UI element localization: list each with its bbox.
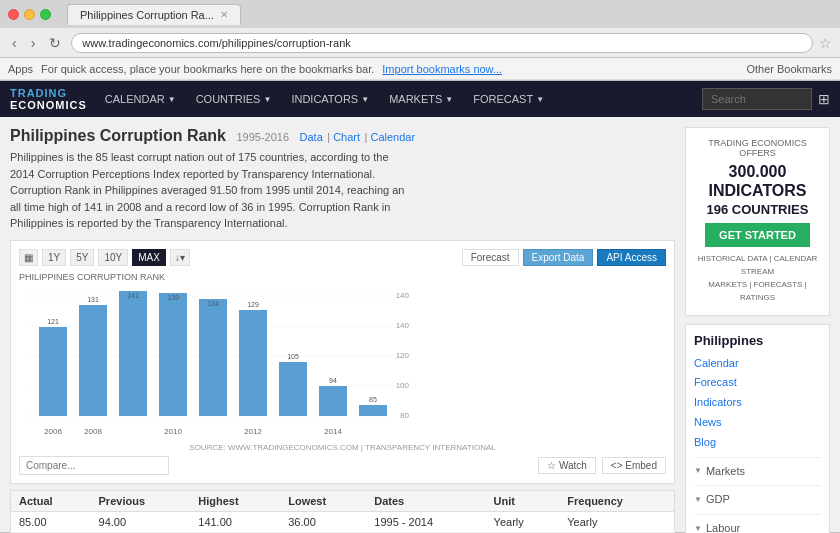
chevron-down-icon: ▼ bbox=[361, 95, 369, 104]
time-btn-max[interactable]: MAX bbox=[132, 249, 166, 266]
compare-input[interactable] bbox=[19, 456, 169, 475]
sidebar-section-markets[interactable]: Markets bbox=[694, 462, 821, 482]
time-btn-5y[interactable]: 5Y bbox=[70, 249, 94, 266]
get-started-button[interactable]: GET STARTED bbox=[705, 223, 810, 247]
bar-2007 bbox=[79, 305, 107, 416]
minimize-button[interactable] bbox=[24, 9, 35, 20]
sidebar-link-blog[interactable]: Blog bbox=[694, 433, 821, 453]
svg-text:131: 131 bbox=[87, 296, 99, 303]
divider bbox=[694, 514, 821, 515]
nav-items: CALENDAR ▼ COUNTRIES ▼ INDICATORS ▼ MARK… bbox=[95, 81, 554, 117]
embed-button[interactable]: <> Embed bbox=[602, 457, 666, 474]
chart-controls: ▦ 1Y 5Y 10Y MAX ↓▾ Forecast Export Data … bbox=[19, 249, 666, 266]
tab-bar: Philippines Corruption Ra... ✕ bbox=[67, 4, 241, 25]
chevron-down-icon: ▼ bbox=[263, 95, 271, 104]
logo-line1: TRADING bbox=[10, 87, 87, 99]
tab-close-icon[interactable]: ✕ bbox=[220, 9, 228, 20]
chart-link[interactable]: Chart bbox=[333, 131, 360, 143]
svg-text:85: 85 bbox=[369, 396, 377, 403]
nav-forecast[interactable]: FORECAST ▼ bbox=[463, 81, 554, 117]
bookmark-star-icon[interactable]: ☆ bbox=[819, 35, 832, 51]
sidebar-link-indicators[interactable]: Indicators bbox=[694, 393, 821, 413]
titlebar: Philippines Corruption Ra... ✕ bbox=[0, 0, 840, 28]
bookmarks-prompt: For quick access, place your bookmarks h… bbox=[41, 63, 374, 75]
nav-forecast-label: FORECAST bbox=[473, 93, 533, 105]
sidebar-section-labour[interactable]: Labour bbox=[694, 519, 821, 533]
chart-icon-btn[interactable]: ▦ bbox=[19, 249, 38, 266]
svg-text:129: 129 bbox=[247, 301, 259, 308]
svg-text:2006: 2006 bbox=[44, 427, 62, 436]
sidebar-link-news[interactable]: News bbox=[694, 413, 821, 433]
site-logo[interactable]: TRADING ECONOMICS bbox=[10, 87, 87, 111]
close-button[interactable] bbox=[8, 9, 19, 20]
promo-title: TRADING ECONOMICS OFFERS bbox=[694, 138, 821, 158]
page-years: 1995-2016 bbox=[236, 131, 289, 143]
sidebar-section-gdp[interactable]: GDP bbox=[694, 490, 821, 510]
promo-links: HISTORICAL DATA | CALENDAR STREAM MARKET… bbox=[694, 253, 821, 304]
svg-text:105: 105 bbox=[287, 353, 299, 360]
chevron-down-icon: ▼ bbox=[168, 95, 176, 104]
right-sidebar: TRADING ECONOMICS OFFERS 300.000 INDICAT… bbox=[685, 127, 830, 532]
divider bbox=[694, 485, 821, 486]
export-button[interactable]: Export Data bbox=[523, 249, 594, 266]
grid-icon[interactable]: ⊞ bbox=[818, 91, 830, 107]
forward-button[interactable]: › bbox=[27, 33, 40, 53]
back-button[interactable]: ‹ bbox=[8, 33, 21, 53]
active-tab[interactable]: Philippines Corruption Ra... ✕ bbox=[67, 4, 241, 25]
cell-actual: 85.00 bbox=[11, 511, 91, 532]
time-btn-10y[interactable]: 10Y bbox=[98, 249, 128, 266]
api-button[interactable]: API Access bbox=[597, 249, 666, 266]
watch-button[interactable]: ☆ Watch bbox=[538, 457, 596, 474]
apps-label: Apps bbox=[8, 63, 33, 75]
embed-icon: <> bbox=[611, 460, 623, 471]
nav-countries[interactable]: COUNTRIES ▼ bbox=[186, 81, 282, 117]
time-btn-1y[interactable]: 1Y bbox=[42, 249, 66, 266]
chart-actions: Forecast Export Data API Access bbox=[462, 249, 666, 266]
nav-markets-label: MARKETS bbox=[389, 93, 442, 105]
sidebar-link-forecast[interactable]: Forecast bbox=[694, 373, 821, 393]
bar-chart: 140 140 120 100 80 bbox=[19, 286, 409, 441]
col-highest: Highest bbox=[190, 490, 280, 511]
col-unit: Unit bbox=[486, 490, 560, 511]
watch-label: Watch bbox=[559, 460, 587, 471]
chart-title: PHILIPPINES CORRUPTION RANK bbox=[19, 272, 666, 282]
nav-indicators-label: INDICATORS bbox=[291, 93, 358, 105]
cell-unit: Yearly bbox=[486, 511, 560, 532]
sidebar-link-calendar[interactable]: Calendar bbox=[694, 354, 821, 374]
svg-text:94: 94 bbox=[329, 377, 337, 384]
refresh-button[interactable]: ↻ bbox=[45, 33, 65, 53]
star-icon: ☆ bbox=[547, 460, 556, 471]
bar-2013 bbox=[319, 386, 347, 416]
page-title: Philippines Corruption Rank 1995-2016 Da… bbox=[10, 127, 675, 145]
svg-text:140: 140 bbox=[396, 291, 409, 300]
nav-indicators[interactable]: INDICATORS ▼ bbox=[281, 81, 379, 117]
site-navigation: TRADING ECONOMICS CALENDAR ▼ COUNTRIES ▼… bbox=[0, 81, 840, 117]
promo-sub: 196 COUNTRIES bbox=[694, 202, 821, 217]
search-input[interactable] bbox=[702, 88, 812, 110]
data-link[interactable]: Data bbox=[300, 131, 323, 143]
download-btn[interactable]: ↓▾ bbox=[170, 249, 190, 266]
svg-text:140: 140 bbox=[396, 321, 409, 330]
svg-text:141: 141 bbox=[127, 292, 139, 299]
col-lowest: Lowest bbox=[280, 490, 366, 511]
nav-markets[interactable]: MARKETS ▼ bbox=[379, 81, 463, 117]
forecast-button[interactable]: Forecast bbox=[462, 249, 519, 266]
content-area: Philippines Corruption Rank 1995-2016 Da… bbox=[10, 127, 675, 532]
address-bar[interactable] bbox=[71, 33, 813, 53]
svg-text:80: 80 bbox=[400, 411, 409, 420]
calendar-link[interactable]: Calendar bbox=[370, 131, 415, 143]
maximize-button[interactable] bbox=[40, 9, 51, 20]
svg-text:2008: 2008 bbox=[84, 427, 102, 436]
col-frequency: Frequency bbox=[559, 490, 674, 511]
nav-calendar[interactable]: CALENDAR ▼ bbox=[95, 81, 186, 117]
svg-text:2010: 2010 bbox=[164, 427, 182, 436]
chevron-down-icon: ▼ bbox=[445, 95, 453, 104]
bar-2012 bbox=[279, 362, 307, 416]
country-sidebar: Philippines Calendar Forecast Indicators… bbox=[685, 324, 830, 533]
data-table: Actual Previous Highest Lowest Dates Uni… bbox=[10, 490, 675, 533]
chart-area: 140 140 120 100 80 bbox=[19, 286, 666, 441]
bar-2006 bbox=[39, 327, 67, 416]
table-row: 85.00 94.00 141.00 36.00 1995 - 2014 Yea… bbox=[11, 511, 675, 532]
import-bookmarks-link[interactable]: Import bookmarks now... bbox=[382, 63, 502, 75]
bookmarks-bar: Apps For quick access, place your bookma… bbox=[0, 58, 840, 80]
